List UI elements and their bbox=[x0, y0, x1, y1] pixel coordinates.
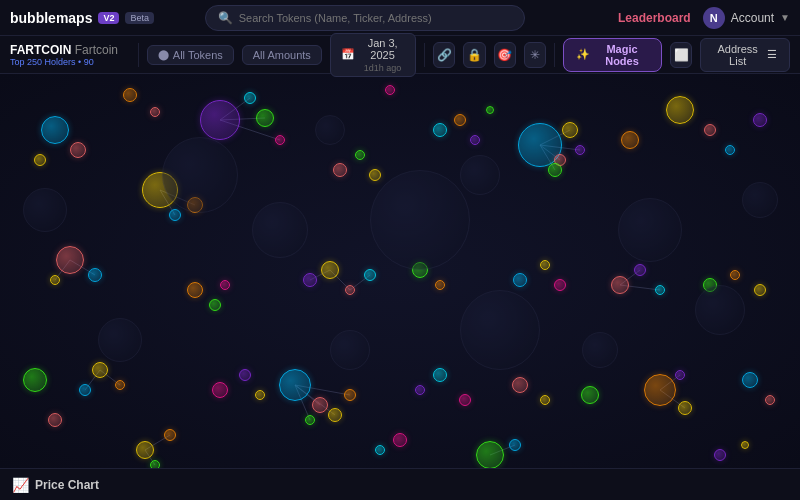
bubble[interactable] bbox=[70, 142, 86, 158]
bubble[interactable] bbox=[741, 441, 749, 449]
bubble[interactable] bbox=[415, 385, 425, 395]
bubble[interactable] bbox=[512, 377, 528, 393]
search-bar[interactable]: 🔍 bbox=[205, 5, 525, 31]
bubble[interactable] bbox=[470, 135, 480, 145]
date-button[interactable]: 📅 Jan 3, 2025 1d1h ago bbox=[330, 33, 416, 77]
bubble[interactable] bbox=[212, 382, 228, 398]
bubble[interactable] bbox=[41, 116, 69, 144]
bubble[interactable] bbox=[742, 182, 778, 218]
bubble[interactable] bbox=[369, 169, 381, 181]
all-tokens-button[interactable]: ⬤ All Tokens bbox=[147, 45, 234, 65]
bubble[interactable] bbox=[618, 198, 682, 262]
bubble[interactable] bbox=[252, 202, 308, 258]
bubble[interactable] bbox=[678, 401, 692, 415]
bubble[interactable] bbox=[581, 386, 599, 404]
bubble[interactable] bbox=[582, 332, 618, 368]
leaderboard-link[interactable]: Leaderboard bbox=[618, 11, 691, 25]
bubble[interactable] bbox=[209, 299, 221, 311]
bubble[interactable] bbox=[321, 261, 339, 279]
bubble[interactable] bbox=[244, 92, 256, 104]
bubble[interactable] bbox=[370, 170, 470, 270]
bubble[interactable] bbox=[305, 415, 315, 425]
bubble[interactable] bbox=[695, 285, 745, 335]
bubble[interactable] bbox=[200, 100, 240, 140]
bubble[interactable] bbox=[575, 145, 585, 155]
bubble[interactable] bbox=[540, 260, 550, 270]
all-amounts-button[interactable]: All Amounts bbox=[242, 45, 322, 65]
bubble[interactable] bbox=[150, 107, 160, 117]
bubble[interactable] bbox=[460, 155, 500, 195]
address-list-button[interactable]: Address List ☰ bbox=[700, 38, 790, 72]
bubble[interactable] bbox=[753, 113, 767, 127]
bubble[interactable] bbox=[742, 372, 758, 388]
bubble[interactable] bbox=[621, 131, 639, 149]
bubble[interactable] bbox=[725, 145, 735, 155]
bubble[interactable] bbox=[548, 163, 562, 177]
bubble[interactable] bbox=[554, 279, 566, 291]
link-icon-btn[interactable]: 🔗 bbox=[433, 42, 455, 68]
magic-nodes-button[interactable]: ✨ Magic Nodes bbox=[563, 38, 662, 72]
bubble[interactable] bbox=[364, 269, 376, 281]
bubble[interactable] bbox=[644, 374, 676, 406]
bubble[interactable] bbox=[509, 439, 521, 451]
bubble[interactable] bbox=[460, 290, 540, 370]
bubble[interactable] bbox=[611, 276, 629, 294]
bubble[interactable] bbox=[754, 284, 766, 296]
bubble[interactable] bbox=[315, 115, 345, 145]
bubble[interactable] bbox=[634, 264, 646, 276]
bubble[interactable] bbox=[730, 270, 740, 280]
bubble[interactable] bbox=[162, 137, 238, 213]
bubble[interactable] bbox=[344, 389, 356, 401]
bubble[interactable] bbox=[333, 163, 347, 177]
bubble[interactable] bbox=[88, 268, 102, 282]
bubble[interactable] bbox=[765, 395, 775, 405]
bubble[interactable] bbox=[435, 280, 445, 290]
bubble[interactable] bbox=[704, 124, 716, 136]
bubble[interactable] bbox=[714, 449, 726, 461]
bubble[interactable] bbox=[23, 188, 67, 232]
bubble[interactable] bbox=[169, 209, 181, 221]
bubble[interactable] bbox=[355, 150, 365, 160]
bubble[interactable] bbox=[433, 123, 447, 137]
price-chart-button[interactable]: 📈 Price Chart bbox=[12, 477, 99, 493]
target-icon-btn[interactable]: 🎯 bbox=[494, 42, 516, 68]
bubble[interactable] bbox=[675, 370, 685, 380]
bubble[interactable] bbox=[23, 368, 47, 392]
bubble[interactable] bbox=[79, 384, 91, 396]
bubble[interactable] bbox=[255, 390, 265, 400]
bubble[interactable] bbox=[123, 88, 137, 102]
bubble[interactable] bbox=[476, 441, 504, 468]
bubble[interactable] bbox=[454, 114, 466, 126]
bubble[interactable] bbox=[115, 380, 125, 390]
bubble[interactable] bbox=[666, 96, 694, 124]
bubble[interactable] bbox=[562, 122, 578, 138]
account-area[interactable]: N Account ▼ bbox=[703, 7, 790, 29]
asterisk-icon-btn[interactable]: ✳ bbox=[524, 42, 546, 68]
bubble[interactable] bbox=[187, 282, 203, 298]
bubble[interactable] bbox=[486, 106, 494, 114]
bubble[interactable] bbox=[92, 362, 108, 378]
bubble[interactable] bbox=[136, 441, 154, 459]
bubble[interactable] bbox=[345, 285, 355, 295]
bubble[interactable] bbox=[150, 460, 160, 468]
bubble[interactable] bbox=[385, 85, 395, 95]
bubble[interactable] bbox=[328, 408, 342, 422]
search-input[interactable] bbox=[239, 12, 512, 24]
bubble[interactable] bbox=[433, 368, 447, 382]
bubble[interactable] bbox=[330, 330, 370, 370]
share-icon-btn[interactable]: ⬜ bbox=[670, 42, 692, 68]
bubble[interactable] bbox=[459, 394, 471, 406]
bubble[interactable] bbox=[513, 273, 527, 287]
bubble[interactable] bbox=[540, 395, 550, 405]
bubble[interactable] bbox=[34, 154, 46, 166]
bubble[interactable] bbox=[239, 369, 251, 381]
bubble[interactable] bbox=[375, 445, 385, 455]
bubble[interactable] bbox=[50, 275, 60, 285]
bubble[interactable] bbox=[312, 397, 328, 413]
bubble[interactable] bbox=[279, 369, 311, 401]
bubble[interactable] bbox=[303, 273, 317, 287]
bubble[interactable] bbox=[56, 246, 84, 274]
bubble[interactable] bbox=[393, 433, 407, 447]
bubble[interactable] bbox=[220, 280, 230, 290]
bubble[interactable] bbox=[655, 285, 665, 295]
